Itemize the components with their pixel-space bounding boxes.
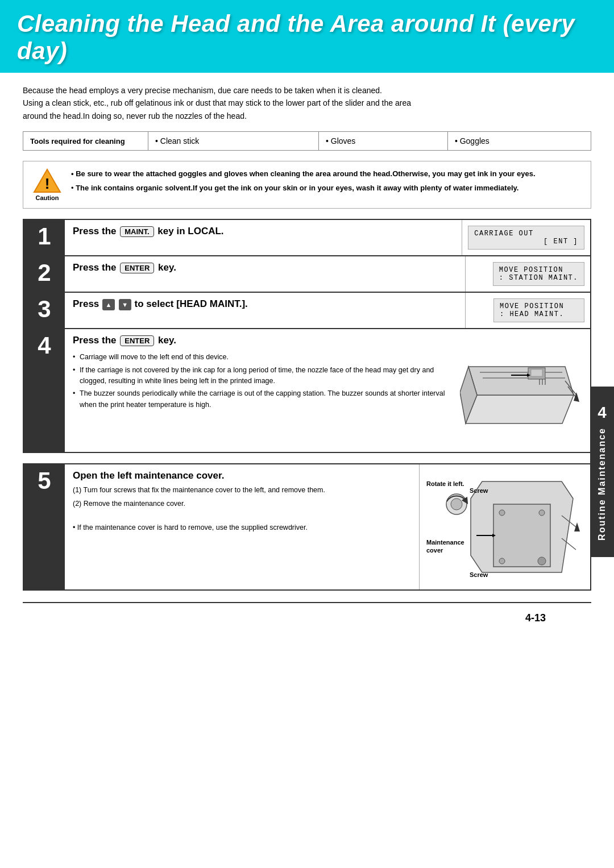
step-4-notes-col: Carriage will move to the left end of th…: [73, 350, 457, 412]
svg-rect-8: [531, 369, 542, 376]
step-4-instruction: Press the ENTER key.: [73, 335, 582, 346]
step-4-number: 4: [38, 334, 51, 358]
lcd-display-2: MOVE POSITION : STATION MAINT.: [493, 262, 584, 286]
caution-triangle-icon: !: [33, 168, 61, 193]
step-1-lcd: CARRIAGE OUT [ ENT ]: [462, 220, 590, 255]
step-3-row: 3 Press ▲ ▼ to select [HEAD MAINT.]. MOV…: [24, 293, 590, 329]
caution-bullet-1: • Be sure to wear the attached goggles a…: [71, 168, 536, 180]
svg-point-22: [499, 510, 505, 516]
maintenance-diagram-svg: [425, 470, 584, 584]
step-4-content-row: Carriage will move to the left end of th…: [73, 350, 582, 446]
intro-line2: Using a clean stick, etc., rub off gelat…: [23, 98, 411, 107]
tool-item-2: • Gloves: [318, 132, 447, 151]
title-bar: Cleaning the Head and the Area around It…: [0, 0, 614, 73]
side-tab-number: 4: [598, 404, 607, 422]
step-4-note-3: The buzzer sounds periodically while the…: [73, 388, 457, 410]
step-4-image-col: [457, 350, 582, 446]
tools-header: Tools required for cleaning: [23, 132, 148, 151]
svg-marker-16: [574, 392, 579, 402]
caution-label: Caution: [36, 194, 59, 201]
caution-text: • Be sure to wear the attached goggles a…: [71, 168, 536, 197]
caution-box: ! Caution • Be sure to wear the attached…: [23, 161, 591, 209]
lcd-display-3: MOVE POSITION : HEAD MAINT.: [493, 298, 584, 322]
screw-bottom-label: Screw: [470, 571, 488, 578]
step-4-row: 4 Press the ENTER key. Carriage will mov…: [24, 329, 590, 452]
side-tab: 4 Routine Maintenance: [590, 387, 614, 557]
step-5-note: • If the maintenance cover is hard to re…: [73, 522, 411, 533]
step-3-lcd: MOVE POSITION : HEAD MAINT.: [465, 293, 590, 328]
svg-point-24: [499, 558, 505, 564]
caution-icon-area: ! Caution: [31, 168, 63, 201]
lcd-display-1: CARRIAGE OUT [ ENT ]: [468, 226, 584, 250]
rotate-label: Rotate it left.: [426, 480, 464, 487]
step-5-sub1: (1) Turn four screws that fix the mainte…: [73, 485, 411, 496]
step-3-number: 3: [38, 297, 51, 321]
step-5-instruction: Open the left maintenance cover.: [73, 470, 411, 481]
machine-sketch-step4: [460, 350, 579, 446]
step-4-note-2: If the carriage is not covered by the in…: [73, 365, 457, 387]
steps-wrapper: 1 Press the MAINT. key in LOCAL. CARRIAG…: [23, 219, 591, 453]
svg-marker-3: [468, 367, 574, 395]
up-arrow-btn[interactable]: ▲: [102, 299, 115, 310]
step-2-body: Press the ENTER key.: [65, 256, 465, 292]
page-number: 4-13: [23, 602, 591, 633]
maint-key: MAINT.: [120, 226, 154, 237]
step-2-lcd: MOVE POSITION : STATION MAINT.: [465, 256, 590, 292]
step-3-instruction: Press ▲ ▼ to select [HEAD MAINT.].: [73, 298, 457, 310]
caution-bullet-2: • The ink contains organic solvent.If yo…: [71, 182, 536, 194]
enter-key-2: ENTER: [120, 263, 154, 273]
step-4-number-box: 4: [24, 329, 65, 452]
step-2-number-box: 2: [24, 256, 65, 292]
page-title: Cleaning the Head and the Area around It…: [17, 10, 597, 65]
step-4-body: Press the ENTER key. Carriage will move …: [65, 329, 590, 452]
down-arrow-btn[interactable]: ▼: [119, 299, 131, 310]
main-content: Because the head employs a very precise …: [0, 84, 614, 656]
tool-item-1: • Clean stick: [148, 132, 319, 151]
svg-point-23: [539, 510, 545, 516]
step-1-row: 1 Press the MAINT. key in LOCAL. CARRIAG…: [24, 220, 590, 256]
step-4-note-1: Carriage will move to the left end of th…: [73, 352, 457, 363]
step-5-body: Open the left maintenance cover. (1) Tur…: [65, 464, 419, 589]
step-5-substeps: (1) Turn four screws that fix the mainte…: [73, 485, 411, 534]
svg-marker-2: [466, 395, 574, 423]
step-1-body: Press the MAINT. key in LOCAL.: [65, 220, 462, 255]
svg-point-31: [538, 557, 546, 565]
step-5-sub2: (2) Remove the maintenance cover.: [73, 499, 411, 509]
side-tab-text: Routine Maintenance: [597, 427, 607, 541]
step-5-block: 5 Open the left maintenance cover. (1) T…: [23, 463, 591, 591]
step-4-notes: Carriage will move to the left end of th…: [73, 352, 457, 410]
tools-table: Tools required for cleaning • Clean stic…: [23, 131, 591, 151]
svg-point-18: [451, 499, 462, 510]
tool-item-3: • Goggles: [447, 132, 591, 151]
step-3-body: Press ▲ ▼ to select [HEAD MAINT.].: [65, 293, 465, 328]
intro-line1: Because the head employs a very precise …: [23, 86, 382, 95]
step-5-number: 5: [38, 469, 51, 493]
intro-line3: around the head.In doing so, never rub t…: [23, 111, 247, 121]
step-2-number: 2: [38, 261, 51, 285]
step-2-row: 2 Press the ENTER key. MOVE POSITION : S…: [24, 256, 590, 293]
svg-text:!: !: [45, 175, 50, 192]
svg-marker-30: [574, 522, 580, 531]
screw-top-label: Screw: [470, 487, 488, 494]
maintenance-cover-label: Maintenancecover: [426, 538, 464, 555]
enter-key-4: ENTER: [120, 335, 154, 346]
step-1-number: 1: [38, 225, 51, 248]
step-2-instruction: Press the ENTER key.: [73, 262, 457, 273]
step-5-number-box: 5: [24, 464, 65, 589]
intro-text: Because the head employs a very precise …: [23, 84, 591, 122]
step-1-instruction: Press the MAINT. key in LOCAL.: [73, 226, 454, 237]
step-3-number-box: 3: [24, 293, 65, 328]
step-1-number-box: 1: [24, 220, 65, 255]
step-5-diagram: Rotate it left. Screw Maintenancecover S…: [419, 464, 590, 589]
